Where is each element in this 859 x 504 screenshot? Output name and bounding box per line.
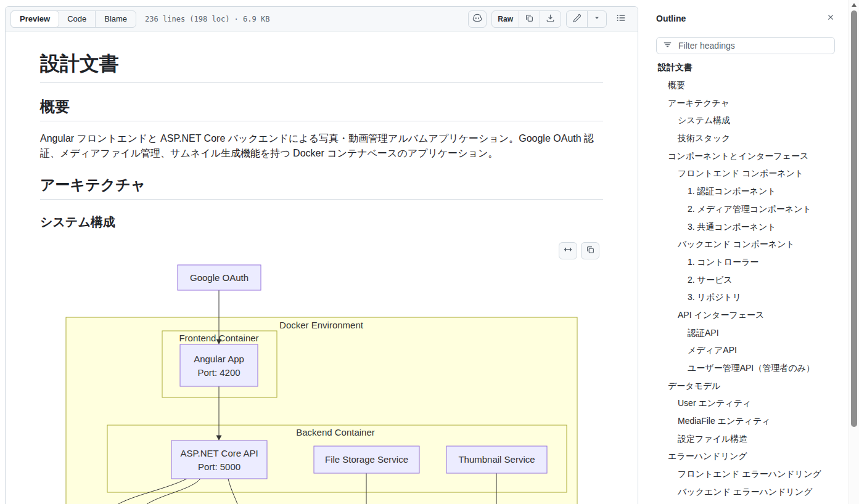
outline-item[interactable]: 2. サービス — [646, 271, 845, 289]
edit-dropdown-button[interactable] — [587, 11, 606, 27]
outline-item[interactable]: 設計文書 — [646, 59, 845, 77]
overview-heading: 概要 — [40, 97, 603, 121]
tab-code[interactable]: Code — [59, 11, 95, 27]
outline-item[interactable]: アーキテクチャ — [646, 94, 845, 112]
outline-item[interactable]: フロントエンド エラーハンドリング — [646, 466, 845, 484]
outline-header: Outline — [646, 10, 845, 27]
svg-text:File Storage Service: File Storage Service — [325, 454, 408, 465]
filter-headings-input[interactable] — [677, 40, 828, 51]
outline-item[interactable]: データモデル — [646, 377, 845, 395]
tab-preview[interactable]: Preview — [10, 10, 59, 28]
filter-headings-box — [656, 37, 835, 54]
outline-list-icon — [616, 13, 626, 25]
angular-app-node — [180, 344, 258, 386]
svg-text:Google OAuth: Google OAuth — [190, 272, 249, 283]
download-icon — [546, 14, 555, 25]
edit-button[interactable] — [567, 11, 587, 27]
edit-button-group — [566, 10, 607, 28]
markdown-body: 設計文書 概要 Angular フロントエンドと ASP.NET Core バッ… — [6, 31, 638, 504]
outline-item[interactable]: ユーザー管理API（管理者のみ） — [646, 360, 845, 378]
outline-item[interactable]: 1. コントローラー — [646, 254, 845, 272]
copy-raw-button[interactable] — [519, 11, 540, 27]
outline-item[interactable]: 3. 共通コンポーネント — [646, 218, 845, 236]
view-switcher: Preview Code Blame — [10, 10, 136, 28]
outline-item[interactable]: 1. 認証コンポーネント — [646, 183, 845, 201]
svg-text:Thumbnail Service: Thumbnail Service — [458, 454, 535, 465]
header-actions: Raw — [468, 10, 630, 28]
architecture-diagram: Docker Environment Frontend Container Ba… — [40, 240, 602, 504]
outline-item[interactable]: 設定ファイル構造 — [646, 430, 845, 448]
outline-item[interactable]: API インターフェース — [646, 307, 845, 325]
outline-title: Outline — [656, 14, 686, 23]
edit-pencil-icon — [572, 14, 582, 25]
copy-icon — [525, 14, 534, 25]
close-icon — [826, 13, 835, 24]
architecture-heading: アーキテクチャ — [40, 176, 603, 200]
frontend-container-label: Frontend Container — [179, 333, 258, 343]
expand-horizontal-icon — [563, 245, 573, 257]
outline-item[interactable]: エラーハンドリング — [646, 448, 845, 466]
file-header-bar: Preview Code Blame 236 lines (198 loc) ·… — [6, 7, 638, 31]
page-scrollbar[interactable] — [849, 0, 859, 504]
outline-close-button[interactable] — [826, 13, 835, 24]
diagram-copy-button[interactable] — [581, 242, 599, 259]
outline-item[interactable]: 概要 — [646, 77, 845, 95]
svg-text:Port: 4200: Port: 4200 — [197, 367, 240, 378]
outline-item[interactable]: 2. メディア管理コンポーネント — [646, 201, 845, 219]
copy-icon — [586, 245, 595, 257]
doc-title: 設計文書 — [40, 51, 603, 83]
outline-item[interactable]: バックエンド コンポーネント — [646, 236, 845, 254]
aspnet-core-api-node — [171, 441, 267, 479]
svg-text:Port: 5000: Port: 5000 — [198, 461, 240, 472]
overview-paragraph: Angular フロントエンドと ASP.NET Core バックエンドによる写… — [40, 131, 603, 161]
dropdown-caret-icon — [593, 14, 601, 23]
filter-icon — [663, 40, 672, 52]
scrollbar-up-arrow-icon[interactable] — [852, 3, 857, 7]
raw-button-group: Raw — [491, 10, 561, 28]
outline-list: 設計文書概要アーキテクチャシステム構成技術スタックコンポーネントとインターフェー… — [646, 59, 845, 501]
outline-panel: Outline 設計文書概要アーキテクチャシステム構成技術スタックコンポーネント… — [646, 10, 845, 501]
mermaid-diagram-block: Docker Environment Frontend Container Ba… — [40, 240, 603, 504]
outline-item[interactable]: MediaFile エンティティ — [646, 413, 845, 431]
outline-item[interactable]: User エンティティ — [646, 395, 845, 413]
file-meta-text: 236 lines (198 loc) · 6.9 KB — [145, 15, 269, 23]
outline-item[interactable]: メディアAPI — [646, 342, 845, 360]
system-structure-heading: システム構成 — [40, 214, 603, 230]
outline-toggle-button[interactable] — [612, 10, 630, 28]
diagram-expand-button[interactable] — [559, 242, 577, 259]
outline-item[interactable]: 認証API — [646, 324, 845, 342]
outline-item[interactable]: バックエンド エラーハンドリング — [646, 484, 845, 502]
tab-blame[interactable]: Blame — [95, 11, 136, 27]
svg-text:Angular App: Angular App — [194, 354, 244, 364]
file-view-card: Preview Code Blame 236 lines (198 loc) ·… — [5, 6, 638, 504]
copilot-button[interactable] — [468, 10, 487, 28]
outline-item[interactable]: フロントエンド コンポーネント — [646, 165, 845, 183]
backend-container-label: Backend Container — [296, 427, 375, 437]
docker-environment-label: Docker Environment — [279, 320, 364, 330]
download-button[interactable] — [540, 11, 561, 27]
outline-item[interactable]: 技術スタック — [646, 130, 845, 148]
outline-item[interactable]: コンポーネントとインターフェース — [646, 147, 845, 165]
outline-item[interactable]: 3. リポジトリ — [646, 289, 845, 307]
scrollbar-thumb[interactable] — [851, 10, 857, 427]
copilot-icon — [472, 13, 482, 25]
raw-button[interactable]: Raw — [492, 11, 519, 27]
mermaid-actions — [559, 242, 599, 259]
svg-text:ASP.NET Core API: ASP.NET Core API — [180, 448, 258, 458]
outline-item[interactable]: システム構成 — [646, 112, 845, 130]
